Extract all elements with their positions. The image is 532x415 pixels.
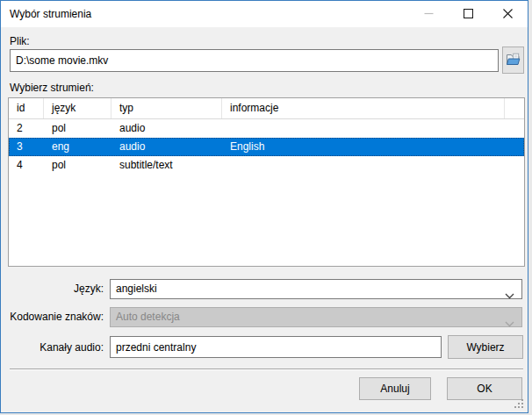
cell-typ: subtitle/text	[111, 156, 222, 175]
cell-jezyk: eng	[44, 138, 111, 156]
cell-jezyk: pol	[44, 119, 111, 138]
language-label: Język:	[8, 283, 104, 295]
browse-file-button[interactable]	[502, 47, 524, 74]
cell-informacje	[222, 156, 524, 175]
cell-jezyk: pol	[44, 156, 111, 175]
cancel-button[interactable]: Anuluj	[359, 377, 431, 400]
stream-list-label: Wybierz strumień:	[10, 82, 94, 94]
resize-grip-icon[interactable]	[514, 399, 524, 411]
dialog-window: Wybór strumienia Plik:	[0, 0, 528, 413]
stream-table: id język typ informacje 2 pol audio 3 en…	[8, 97, 525, 267]
footer-separator	[10, 368, 523, 370]
titlebar[interactable]: Wybór strumienia	[1, 1, 528, 27]
window-controls	[409, 1, 528, 27]
cell-id: 3	[9, 138, 44, 156]
file-path-input[interactable]	[10, 49, 499, 72]
cell-typ: audio	[111, 138, 222, 156]
language-value: angielski	[116, 283, 157, 295]
table-row[interactable]: 2 pol audio	[9, 119, 524, 138]
chevron-down-icon	[505, 315, 514, 333]
close-icon	[503, 8, 513, 21]
minimize-icon	[424, 8, 434, 21]
maximize-icon	[464, 8, 473, 21]
column-header-typ[interactable]: typ	[111, 98, 222, 118]
column-header-filler	[505, 98, 524, 118]
encoding-label: Kodowanie znaków:	[8, 311, 104, 323]
close-button[interactable]	[488, 1, 528, 27]
encoding-value: Auto detekcja	[116, 311, 180, 323]
cell-typ: audio	[111, 119, 222, 138]
column-header-id[interactable]: id	[9, 98, 44, 118]
stream-table-header: id język typ informacje	[9, 98, 524, 119]
channels-label: Kanały audio:	[8, 341, 104, 354]
cell-id: 2	[9, 119, 44, 138]
minimize-button	[409, 1, 449, 27]
file-label: Plik:	[10, 35, 30, 47]
column-header-jezyk[interactable]: język	[44, 98, 111, 118]
cell-informacje	[222, 119, 524, 138]
open-folder-icon	[506, 53, 521, 68]
screen: { "window": { "title": "Wybór strumienia…	[0, 0, 532, 415]
maximize-button[interactable]	[449, 1, 488, 27]
window-title: Wybór strumienia	[10, 8, 91, 20]
column-header-informacje[interactable]: informacje	[222, 98, 505, 118]
chevron-down-icon	[505, 287, 514, 305]
language-select[interactable]: angielski	[110, 279, 522, 299]
encoding-select: Auto detekcja	[110, 307, 522, 327]
ok-button[interactable]: OK	[447, 377, 522, 400]
table-row[interactable]: 4 pol subtitle/text	[9, 156, 524, 175]
cell-id: 4	[9, 156, 44, 175]
table-row-selected[interactable]: 3 eng audio English	[9, 138, 524, 156]
channels-input[interactable]	[110, 336, 442, 358]
cell-informacje: English	[222, 138, 524, 156]
choose-channels-button[interactable]: Wybierz	[448, 335, 523, 359]
